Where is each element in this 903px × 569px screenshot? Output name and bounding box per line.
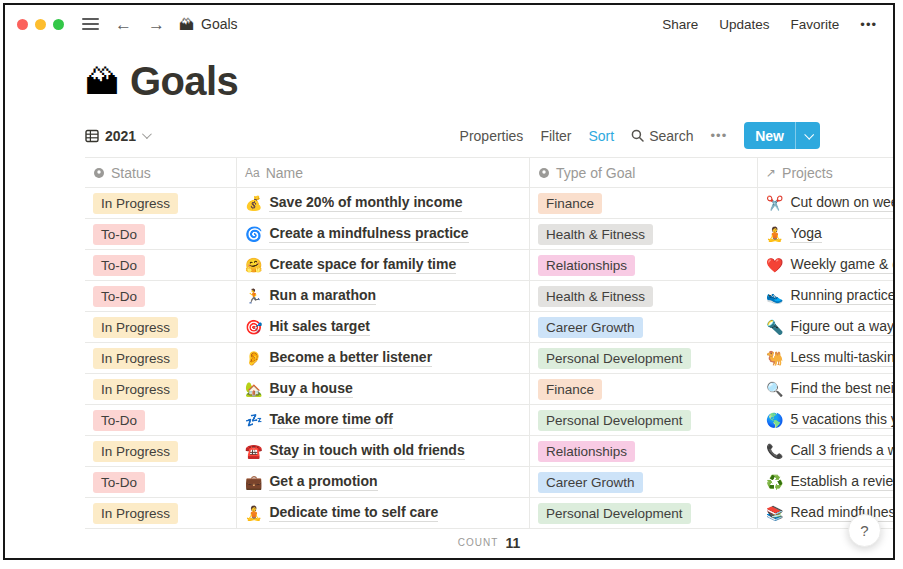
status-badge[interactable]: To-Do: [93, 224, 145, 245]
sort-button[interactable]: Sort: [589, 128, 615, 144]
type-badge[interactable]: Personal Development: [538, 348, 691, 369]
table-row[interactable]: In Progress 💰 Save 20% of monthly income…: [85, 188, 895, 219]
table-row[interactable]: In Progress 🏡 Buy a house Finance 🔍 Find…: [85, 374, 895, 405]
projects-cell[interactable]: ✂️ Cut down on weekd: [758, 188, 895, 218]
new-button-label[interactable]: New: [744, 122, 795, 149]
status-badge[interactable]: In Progress: [93, 348, 178, 369]
name-cell[interactable]: 🏡 Buy a house: [237, 374, 530, 404]
table-row[interactable]: To-Do 🤗 Create space for family time Rel…: [85, 250, 895, 281]
status-cell[interactable]: In Progress: [85, 436, 237, 466]
new-button[interactable]: New: [744, 122, 820, 149]
goal-name[interactable]: Buy a house: [269, 380, 352, 398]
type-badge[interactable]: Personal Development: [538, 503, 691, 524]
goal-name[interactable]: Run a marathon: [269, 287, 376, 305]
goal-name[interactable]: Take more time off: [269, 411, 392, 429]
table-row[interactable]: In Progress ☎️ Stay in touch with old fr…: [85, 436, 895, 467]
sidebar-menu-icon[interactable]: [82, 18, 99, 30]
project-link[interactable]: Yoga: [790, 225, 821, 243]
project-link[interactable]: Figure out a way to: [790, 318, 895, 336]
project-link[interactable]: Running practice: [790, 287, 895, 305]
name-cell[interactable]: ☎️ Stay in touch with old friends: [237, 436, 530, 466]
new-button-dropdown[interactable]: [795, 122, 820, 149]
share-button[interactable]: Share: [662, 17, 698, 32]
project-link[interactable]: Call 3 friends a wee: [790, 442, 895, 460]
goal-name[interactable]: Create a mindfulness practice: [269, 225, 468, 243]
more-options-icon[interactable]: •••: [860, 17, 877, 32]
status-cell[interactable]: To-Do: [85, 219, 237, 249]
page-icon[interactable]: 🏔: [85, 65, 119, 99]
type-badge[interactable]: Career Growth: [538, 317, 643, 338]
name-cell[interactable]: 🧘 Dedicate time to self care: [237, 498, 530, 528]
goal-name[interactable]: Dedicate time to self care: [269, 504, 438, 522]
project-link[interactable]: Establish a review c: [790, 473, 895, 491]
projects-cell[interactable]: ❤️ Weekly game & dat: [758, 250, 895, 280]
type-badge[interactable]: Finance: [538, 193, 602, 214]
breadcrumb[interactable]: 🏔 Goals: [179, 16, 238, 33]
name-cell[interactable]: 👂 Become a better listener: [237, 343, 530, 373]
projects-cell[interactable]: 🌎 5 vacations this yea: [758, 405, 895, 435]
projects-cell[interactable]: 📞 Call 3 friends a wee: [758, 436, 895, 466]
name-cell[interactable]: 💤 Take more time off: [237, 405, 530, 435]
goal-name[interactable]: Become a better listener: [269, 349, 432, 367]
projects-cell[interactable]: 🔍 Find the best neighb: [758, 374, 895, 404]
status-cell[interactable]: In Progress: [85, 343, 237, 373]
project-link[interactable]: Less multi-tasking: [790, 349, 895, 367]
page-title[interactable]: Goals: [130, 59, 238, 104]
favorite-button[interactable]: Favorite: [791, 17, 840, 32]
project-link[interactable]: Read mindfulness b: [790, 504, 895, 522]
type-of-goal-cell[interactable]: Health & Fitness: [530, 281, 758, 311]
type-badge[interactable]: Relationships: [538, 255, 635, 276]
goal-name[interactable]: Save 20% of monthly income: [269, 194, 462, 212]
name-cell[interactable]: 🤗 Create space for family time: [237, 250, 530, 280]
projects-cell[interactable]: 🔦 Figure out a way to: [758, 312, 895, 342]
status-badge[interactable]: In Progress: [93, 503, 178, 524]
type-of-goal-cell[interactable]: Health & Fitness: [530, 219, 758, 249]
column-header-type-of-goal[interactable]: Type of Goal: [530, 158, 758, 187]
table-row[interactable]: To-Do 💼 Get a promotion Career Growth ♻️…: [85, 467, 895, 498]
count-row[interactable]: COUNT 11: [85, 529, 893, 556]
project-link[interactable]: 5 vacations this yea: [790, 411, 895, 429]
projects-cell[interactable]: ♻️ Establish a review c: [758, 467, 895, 497]
status-badge[interactable]: To-Do: [93, 472, 145, 493]
status-cell[interactable]: To-Do: [85, 250, 237, 280]
status-badge[interactable]: In Progress: [93, 317, 178, 338]
type-of-goal-cell[interactable]: Finance: [530, 188, 758, 218]
status-cell[interactable]: In Progress: [85, 312, 237, 342]
table-row[interactable]: In Progress 🧘 Dedicate time to self care…: [85, 498, 895, 529]
view-name[interactable]: 2021: [105, 128, 136, 144]
help-button[interactable]: ?: [848, 514, 881, 547]
updates-button[interactable]: Updates: [719, 17, 769, 32]
status-cell[interactable]: In Progress: [85, 498, 237, 528]
search-button[interactable]: Search: [631, 128, 693, 144]
name-cell[interactable]: 🎯 Hit sales target: [237, 312, 530, 342]
status-cell[interactable]: In Progress: [85, 374, 237, 404]
goal-name[interactable]: Create space for family time: [269, 256, 456, 274]
type-of-goal-cell[interactable]: Finance: [530, 374, 758, 404]
type-badge[interactable]: Health & Fitness: [538, 286, 653, 307]
status-cell[interactable]: To-Do: [85, 467, 237, 497]
properties-button[interactable]: Properties: [460, 128, 524, 144]
name-cell[interactable]: 🌀 Create a mindfulness practice: [237, 219, 530, 249]
status-badge[interactable]: In Progress: [93, 441, 178, 462]
status-badge[interactable]: In Progress: [93, 193, 178, 214]
status-badge[interactable]: To-Do: [93, 255, 145, 276]
forward-arrow-icon[interactable]: →: [148, 16, 165, 33]
goal-name[interactable]: Stay in touch with old friends: [269, 442, 464, 460]
goal-name[interactable]: Get a promotion: [269, 473, 377, 491]
type-badge[interactable]: Personal Development: [538, 410, 691, 431]
table-row[interactable]: To-Do 🏃 Run a marathon Health & Fitness …: [85, 281, 895, 312]
table-row[interactable]: To-Do 💤 Take more time off Personal Deve…: [85, 405, 895, 436]
back-arrow-icon[interactable]: ←: [115, 16, 132, 33]
status-cell[interactable]: In Progress: [85, 188, 237, 218]
projects-cell[interactable]: 🐫 Less multi-tasking: [758, 343, 895, 373]
status-badge[interactable]: In Progress: [93, 379, 178, 400]
table-row[interactable]: In Progress 👂 Become a better listener P…: [85, 343, 895, 374]
type-badge[interactable]: Career Growth: [538, 472, 643, 493]
type-of-goal-cell[interactable]: Relationships: [530, 250, 758, 280]
table-row[interactable]: In Progress 🎯 Hit sales target Career Gr…: [85, 312, 895, 343]
view-tab-2021[interactable]: 2021: [85, 128, 149, 144]
type-of-goal-cell[interactable]: Personal Development: [530, 343, 758, 373]
status-cell[interactable]: To-Do: [85, 405, 237, 435]
project-link[interactable]: Cut down on weekd: [790, 194, 895, 212]
name-cell[interactable]: 🏃 Run a marathon: [237, 281, 530, 311]
